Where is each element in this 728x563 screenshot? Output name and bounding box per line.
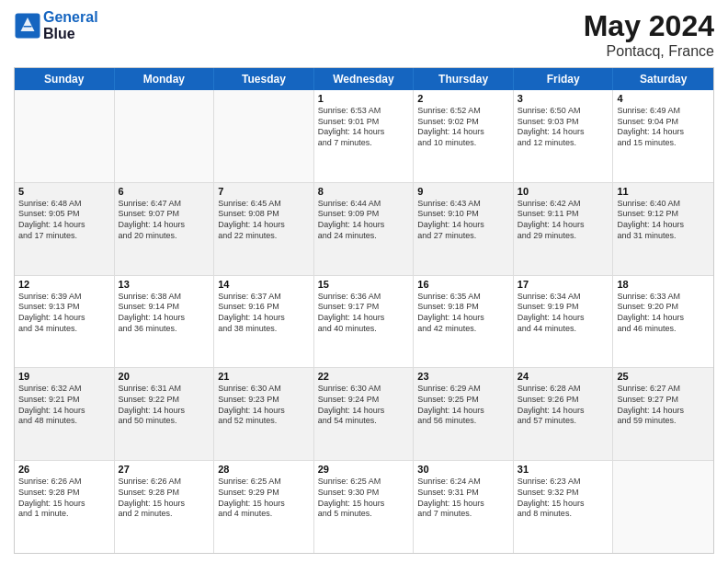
day-number: 29 bbox=[318, 464, 410, 475]
cell-line: and 5 minutes. bbox=[318, 509, 410, 520]
cell-line: and 24 minutes. bbox=[318, 231, 410, 242]
cell-line: Sunrise: 6:45 AM bbox=[218, 199, 310, 210]
cal-row-3: 19Sunrise: 6:32 AMSunset: 9:21 PMDayligh… bbox=[15, 368, 713, 461]
cell-line: Daylight: 14 hours bbox=[218, 220, 310, 231]
cal-cell-23: 23Sunrise: 6:29 AMSunset: 9:25 PMDayligh… bbox=[414, 368, 514, 460]
cal-cell-18: 18Sunrise: 6:33 AMSunset: 9:20 PMDayligh… bbox=[613, 276, 713, 368]
day-number: 12 bbox=[18, 279, 110, 290]
cell-line: Sunrise: 6:52 AM bbox=[417, 106, 509, 117]
logo: General Blue bbox=[14, 9, 98, 41]
location-title: Pontacq, France bbox=[584, 43, 714, 60]
cal-cell-6: 6Sunrise: 6:47 AMSunset: 9:07 PMDaylight… bbox=[115, 183, 215, 275]
cell-line: Sunrise: 6:43 AM bbox=[417, 199, 509, 210]
cell-line: Sunrise: 6:36 AM bbox=[318, 292, 410, 303]
cell-line: Sunrise: 6:44 AM bbox=[318, 199, 410, 210]
cell-line: and 31 minutes. bbox=[617, 231, 710, 242]
cell-line: Daylight: 14 hours bbox=[518, 220, 609, 231]
cal-cell-empty-0-1 bbox=[115, 90, 215, 182]
cell-line: Daylight: 14 hours bbox=[218, 313, 310, 324]
cell-line: Daylight: 15 hours bbox=[518, 499, 609, 510]
header-thursday: Thursday bbox=[414, 68, 514, 90]
cal-cell-30: 30Sunrise: 6:24 AMSunset: 9:31 PMDayligh… bbox=[414, 461, 514, 553]
cell-line: Sunset: 9:04 PM bbox=[617, 117, 710, 128]
cell-line: Sunset: 9:12 PM bbox=[617, 209, 710, 220]
cell-line: Daylight: 14 hours bbox=[18, 313, 110, 324]
cell-line: and 54 minutes. bbox=[318, 416, 410, 427]
day-number: 22 bbox=[318, 371, 410, 382]
cal-cell-empty-4-6 bbox=[613, 461, 713, 553]
day-number: 14 bbox=[218, 279, 310, 290]
cell-line: Daylight: 14 hours bbox=[318, 220, 410, 231]
day-number: 23 bbox=[417, 371, 509, 382]
cell-line: Sunset: 9:27 PM bbox=[617, 395, 710, 406]
cell-line: Sunrise: 6:33 AM bbox=[617, 292, 710, 303]
cal-row-4: 26Sunrise: 6:26 AMSunset: 9:28 PMDayligh… bbox=[15, 461, 713, 553]
day-number: 8 bbox=[318, 186, 410, 197]
cell-line: and 4 minutes. bbox=[218, 509, 310, 520]
day-number: 2 bbox=[417, 93, 509, 104]
cal-row-0: 1Sunrise: 6:53 AMSunset: 9:01 PMDaylight… bbox=[15, 90, 713, 183]
cell-line: and 46 minutes. bbox=[617, 324, 710, 335]
cell-line: Sunrise: 6:37 AM bbox=[218, 292, 310, 303]
cell-line: Daylight: 15 hours bbox=[18, 499, 110, 510]
logo-icon bbox=[14, 12, 41, 40]
page: General Blue May 2024 Pontacq, France Su… bbox=[0, 0, 728, 563]
cell-line: and 50 minutes. bbox=[119, 416, 210, 427]
cal-cell-21: 21Sunrise: 6:30 AMSunset: 9:23 PMDayligh… bbox=[214, 368, 314, 460]
cell-line: Daylight: 15 hours bbox=[218, 499, 310, 510]
day-number: 27 bbox=[119, 464, 210, 475]
cell-line: Daylight: 14 hours bbox=[417, 313, 509, 324]
cell-line: Sunset: 9:20 PM bbox=[617, 302, 710, 313]
cell-line: Sunrise: 6:42 AM bbox=[518, 199, 609, 210]
day-number: 19 bbox=[18, 371, 110, 382]
cal-cell-16: 16Sunrise: 6:35 AMSunset: 9:18 PMDayligh… bbox=[414, 276, 514, 368]
cell-line: Sunrise: 6:25 AM bbox=[218, 477, 310, 488]
cell-line: Daylight: 15 hours bbox=[318, 499, 410, 510]
cell-line: Sunset: 9:18 PM bbox=[417, 302, 509, 313]
cal-cell-19: 19Sunrise: 6:32 AMSunset: 9:21 PMDayligh… bbox=[15, 368, 115, 460]
cell-line: Sunrise: 6:53 AM bbox=[318, 106, 410, 117]
day-number: 15 bbox=[318, 279, 410, 290]
day-number: 25 bbox=[617, 371, 710, 382]
header-monday: Monday bbox=[115, 68, 215, 90]
cell-line: Sunrise: 6:24 AM bbox=[417, 477, 509, 488]
cell-line: Sunrise: 6:35 AM bbox=[417, 292, 509, 303]
cell-line: and 7 minutes. bbox=[318, 138, 410, 149]
cell-line: Daylight: 14 hours bbox=[318, 127, 410, 138]
cell-line: and 42 minutes. bbox=[417, 324, 509, 335]
cell-line: Sunset: 9:11 PM bbox=[518, 209, 609, 220]
cell-line: Sunset: 9:32 PM bbox=[518, 488, 609, 499]
day-number: 10 bbox=[518, 186, 609, 197]
cell-line: Sunset: 9:07 PM bbox=[119, 209, 210, 220]
day-number: 24 bbox=[518, 371, 609, 382]
cell-line: Sunrise: 6:27 AM bbox=[617, 384, 710, 395]
cell-line: Sunset: 9:02 PM bbox=[417, 117, 509, 128]
day-number: 1 bbox=[318, 93, 410, 104]
cell-line: Daylight: 14 hours bbox=[119, 220, 210, 231]
cell-line: Sunrise: 6:30 AM bbox=[218, 384, 310, 395]
cal-cell-15: 15Sunrise: 6:36 AMSunset: 9:17 PMDayligh… bbox=[314, 276, 415, 368]
cal-cell-29: 29Sunrise: 6:25 AMSunset: 9:30 PMDayligh… bbox=[314, 461, 415, 553]
cal-cell-empty-0-2 bbox=[214, 90, 314, 182]
cell-line: and 10 minutes. bbox=[417, 138, 509, 149]
cal-cell-28: 28Sunrise: 6:25 AMSunset: 9:29 PMDayligh… bbox=[214, 461, 314, 553]
cell-line: Sunset: 9:17 PM bbox=[318, 302, 410, 313]
cell-line: Daylight: 14 hours bbox=[417, 220, 509, 231]
cal-cell-5: 5Sunrise: 6:48 AMSunset: 9:05 PMDaylight… bbox=[15, 183, 115, 275]
header-wednesday: Wednesday bbox=[314, 68, 415, 90]
cell-line: and 40 minutes. bbox=[318, 324, 410, 335]
cell-line: and 59 minutes. bbox=[617, 416, 710, 427]
cell-line: Sunset: 9:31 PM bbox=[417, 488, 509, 499]
cell-line: Sunset: 9:14 PM bbox=[119, 302, 210, 313]
cal-cell-7: 7Sunrise: 6:45 AMSunset: 9:08 PMDaylight… bbox=[214, 183, 314, 275]
day-number: 31 bbox=[518, 464, 609, 475]
svg-rect-2 bbox=[24, 26, 32, 28]
cal-cell-2: 2Sunrise: 6:52 AMSunset: 9:02 PMDaylight… bbox=[414, 90, 514, 182]
cell-line: and 15 minutes. bbox=[617, 138, 710, 149]
cell-line: and 48 minutes. bbox=[18, 416, 110, 427]
cell-line: Sunrise: 6:28 AM bbox=[518, 384, 609, 395]
cell-line: and 44 minutes. bbox=[518, 324, 609, 335]
cell-line: Daylight: 14 hours bbox=[617, 406, 710, 417]
day-number: 20 bbox=[119, 371, 210, 382]
cell-line: Sunset: 9:23 PM bbox=[218, 395, 310, 406]
